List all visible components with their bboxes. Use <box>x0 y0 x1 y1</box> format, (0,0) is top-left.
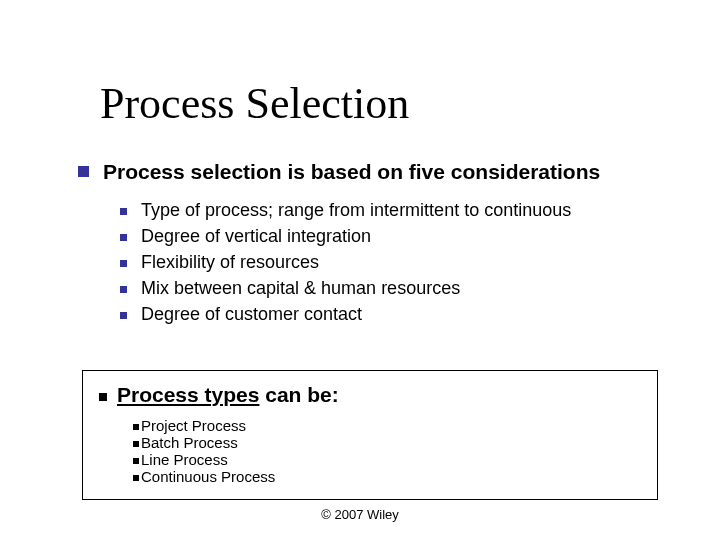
list-item: Type of process; range from intermittent… <box>120 200 571 221</box>
square-bullet-icon <box>133 458 139 464</box>
list-item: Project Process <box>133 417 641 434</box>
slide: Process Selection Process selection is b… <box>0 0 720 540</box>
bullet-level1: Process selection is based on five consi… <box>78 160 600 184</box>
square-bullet-icon <box>120 208 127 215</box>
square-bullet-icon <box>133 424 139 430</box>
list-item: Degree of vertical integration <box>120 226 571 247</box>
level1-text: Process selection is based on five consi… <box>103 160 600 184</box>
square-bullet-icon <box>99 393 107 401</box>
list-item: Degree of customer contact <box>120 304 571 325</box>
footer-copyright: © 2007 Wiley <box>0 507 720 522</box>
textbox-heading-text: Process types can be: <box>117 383 339 407</box>
slide-title: Process Selection <box>100 78 409 129</box>
process-types-textbox: Process types can be: Project Process Ba… <box>82 370 658 500</box>
textbox-item-text: Batch Process <box>141 434 238 451</box>
level2-text: Type of process; range from intermittent… <box>141 200 571 221</box>
square-bullet-icon <box>120 260 127 267</box>
textbox-item-text: Continuous Process <box>141 468 275 485</box>
square-bullet-icon <box>120 312 127 319</box>
list-item: Flexibility of resources <box>120 252 571 273</box>
bullet-level2-list: Type of process; range from intermittent… <box>120 200 571 325</box>
textbox-item-text: Project Process <box>141 417 246 434</box>
level2-text: Degree of customer contact <box>141 304 362 325</box>
textbox-item-text: Line Process <box>141 451 228 468</box>
level2-text: Degree of vertical integration <box>141 226 371 247</box>
level2-text: Flexibility of resources <box>141 252 319 273</box>
list-item: Mix between capital & human resources <box>120 278 571 299</box>
square-bullet-icon <box>120 234 127 241</box>
heading-rest: can be: <box>259 383 338 406</box>
list-item: Continuous Process <box>133 468 641 485</box>
list-item: Line Process <box>133 451 641 468</box>
textbox-items: Project Process Batch Process Line Proce… <box>99 417 641 485</box>
list-item: Batch Process <box>133 434 641 451</box>
square-bullet-icon <box>133 441 139 447</box>
square-bullet-icon <box>78 166 89 177</box>
square-bullet-icon <box>120 286 127 293</box>
heading-underlined: Process types <box>117 383 259 406</box>
textbox-heading: Process types can be: <box>99 383 641 407</box>
square-bullet-icon <box>133 475 139 481</box>
level2-text: Mix between capital & human resources <box>141 278 460 299</box>
